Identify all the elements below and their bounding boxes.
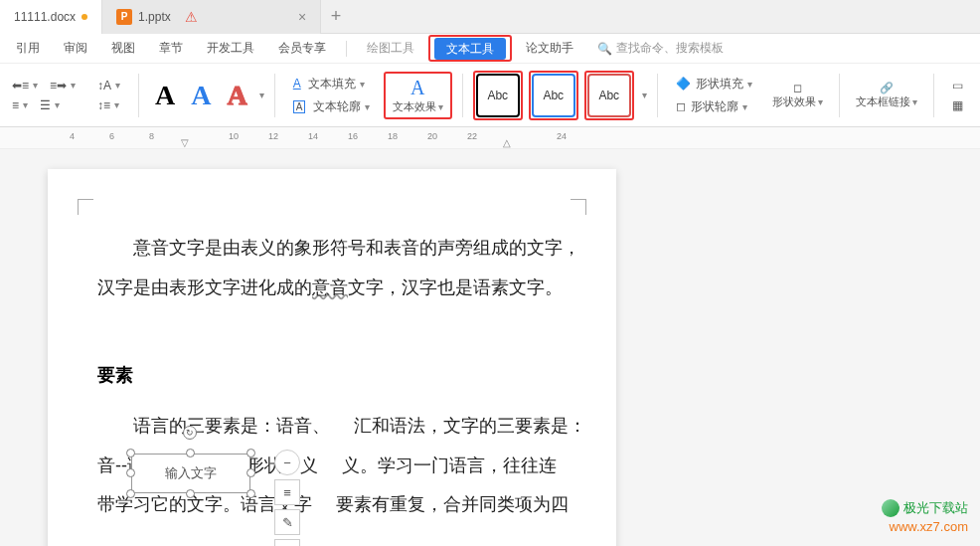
misc-group: ▭ ▦ [944, 77, 971, 114]
paragraph: 汉字是由表形文字进化成的意音文字，汉字也是语素文字。 [97, 269, 586, 308]
margin-corner-tr [571, 199, 586, 215]
ruler-tick: 14 [308, 131, 318, 141]
text-fill-outline-group: A 文本填充▾ A 文本轮廓▾ [285, 74, 378, 117]
menu-chapter[interactable]: 章节 [149, 36, 193, 61]
indent-left-button[interactable]: ⬅≡▾ [8, 77, 42, 94]
shape-style-more[interactable]: ▾ [642, 90, 647, 100]
collapse-button[interactable]: − [274, 450, 300, 475]
ruler-tick: 18 [388, 131, 398, 141]
shape-effect-icon: ◻ [793, 82, 802, 94]
menu-dev[interactable]: 开发工具 [197, 36, 264, 61]
search-icon: 🔍 [597, 42, 612, 56]
highlight-abc2: Abc [529, 71, 578, 120]
separator [274, 74, 275, 117]
paragraph-spacing-button[interactable]: ↕≡▾ [93, 96, 123, 114]
text-outline-button[interactable]: A 文本轮廓▾ [289, 96, 374, 117]
ruler-tick: 6 [109, 131, 114, 141]
resize-handle-ne[interactable] [246, 449, 255, 457]
misc-button-1[interactable]: ▭ [948, 77, 967, 94]
ruler-tick: 24 [557, 131, 567, 141]
text-effect-icon: A [410, 77, 424, 99]
close-icon[interactable]: × [298, 9, 306, 25]
menu-vip[interactable]: 会员专享 [268, 36, 336, 61]
textbox-link-button[interactable]: 🔗 文本框链接▾ [850, 80, 923, 111]
ruler-tick: 10 [229, 131, 239, 141]
resize-handle-n[interactable] [186, 449, 195, 457]
ruler-tick: 20 [427, 131, 437, 141]
menu-review[interactable]: 审阅 [54, 36, 97, 61]
style-sample-2[interactable]: A [185, 80, 217, 111]
tab-label: 1.pptx [138, 10, 171, 24]
text-wrap-button[interactable]: ▣ [274, 539, 300, 546]
rotate-handle[interactable]: ↻ [183, 426, 197, 440]
shape-fill-button[interactable]: 🔷 形状填充▾ [672, 74, 756, 94]
align-button[interactable]: ≡▾ [8, 96, 32, 114]
document-area: 意音文字是由表义的象形符号和表音的声旁组成的文字， 汉字是由表形文字进化成的意音… [0, 149, 980, 546]
resize-handle-nw[interactable] [126, 449, 135, 457]
ruler-tick: 8 [149, 131, 154, 141]
watermark-icon [882, 499, 899, 517]
menu-draw-tools[interactable]: 绘图工具 [357, 36, 424, 61]
ruler-tick: 22 [467, 131, 477, 141]
style-samples: A A A ▾ [149, 80, 264, 111]
paragraph: 意音文字是由表义的象形符号和表音的声旁组成的文字， [97, 229, 586, 269]
text-fill-button[interactable]: A 文本填充▾ [289, 74, 374, 94]
menu-bar: 引用 审阅 视图 章节 开发工具 会员专享 绘图工具 文本工具 论文助手 🔍 查… [0, 34, 980, 64]
shape-style-3[interactable]: Abc [587, 74, 631, 117]
separator [462, 74, 463, 117]
ribbon-toolbar: ⬅≡▾ ≡➡▾ ≡▾ ☰▾ ↕A▾ ↕≡▾ A A A ▾ A 文本填充▾ A … [0, 64, 980, 127]
shape-effect-button[interactable]: ◻ 形状效果▾ [766, 80, 829, 111]
ruler-indent-marker[interactable]: △ [503, 137, 511, 148]
warning-icon: ⚠ [185, 9, 198, 25]
separator [657, 74, 658, 117]
highlight-text-effect: A 文本效果▾ [384, 72, 452, 119]
ruler-indent-marker[interactable]: ▽ [181, 137, 189, 148]
menu-text-tools[interactable]: 文本工具 [434, 38, 506, 60]
indent-right-button[interactable]: ≡➡▾ [46, 77, 80, 94]
separator [346, 41, 347, 57]
floating-toolbar: − ≡ ✎ ▣ ▭ [274, 450, 300, 546]
list-button[interactable]: ☰▾ [36, 96, 64, 114]
text-effect-button[interactable]: A 文本效果▾ [387, 75, 449, 116]
separator [138, 74, 139, 117]
horizontal-ruler[interactable]: 4 6 8 10 12 14 16 18 20 22 24 ▽ △ [0, 127, 980, 149]
tab-pptx[interactable]: P 1.pptx ⚠ × [102, 0, 321, 34]
menu-reference[interactable]: 引用 [6, 36, 50, 61]
heading: 要素 [97, 363, 586, 387]
resize-handle-e[interactable] [246, 468, 255, 477]
ruler-tick: 16 [348, 131, 358, 141]
misc-button-2[interactable]: ▦ [948, 96, 967, 114]
resize-handle-se[interactable] [246, 489, 255, 498]
indent-group: ⬅≡▾ ≡➡▾ ≡▾ ☰▾ [4, 77, 83, 114]
shape-outline-button[interactable]: ◻ 形状轮廓▾ [672, 96, 756, 117]
new-tab-button[interactable]: + [321, 6, 351, 27]
style-sample-1[interactable]: A [149, 80, 181, 111]
command-search[interactable]: 🔍 查找命令、搜索模板 [597, 40, 724, 57]
style-sample-3[interactable]: A [222, 80, 253, 111]
menu-view[interactable]: 视图 [101, 36, 145, 61]
textbox-content[interactable]: 输入文字 [131, 454, 250, 493]
shape-style-2[interactable]: Abc [532, 74, 575, 117]
highlight-abc3: Abc [584, 71, 634, 120]
pencil-tool-button[interactable]: ✎ [274, 509, 300, 535]
shape-fill-outline-group: 🔷 形状填充▾ ◻ 形状轮廓▾ [668, 74, 760, 117]
spacing-group: ↕A▾ ↕≡▾ [89, 77, 128, 114]
selected-textbox[interactable]: ↻ 输入文字 [131, 454, 250, 493]
resize-handle-sw[interactable] [126, 489, 135, 498]
menu-thesis[interactable]: 论文助手 [516, 36, 583, 61]
link-icon: 🔗 [880, 82, 894, 94]
watermark: 极光下载站 www.xz7.com [882, 499, 968, 534]
tab-docx[interactable]: 11111.docx [0, 0, 102, 34]
style-more-dropdown[interactable]: ▾ [259, 90, 264, 100]
resize-handle-w[interactable] [126, 468, 135, 477]
fill-tool-button[interactable]: ≡ [274, 479, 300, 505]
modified-dot-icon [82, 14, 87, 20]
separator [839, 74, 840, 117]
resize-handle-s[interactable] [186, 489, 195, 498]
highlight-text-tool: 文本工具 [428, 35, 512, 62]
tab-label: 11111.docx [14, 10, 76, 24]
document-tabs-bar: 11111.docx P 1.pptx ⚠ × + [0, 0, 980, 34]
search-placeholder: 查找命令、搜索模板 [616, 40, 724, 57]
line-spacing-button[interactable]: ↕A▾ [93, 77, 124, 94]
shape-style-1[interactable]: Abc [476, 74, 520, 117]
